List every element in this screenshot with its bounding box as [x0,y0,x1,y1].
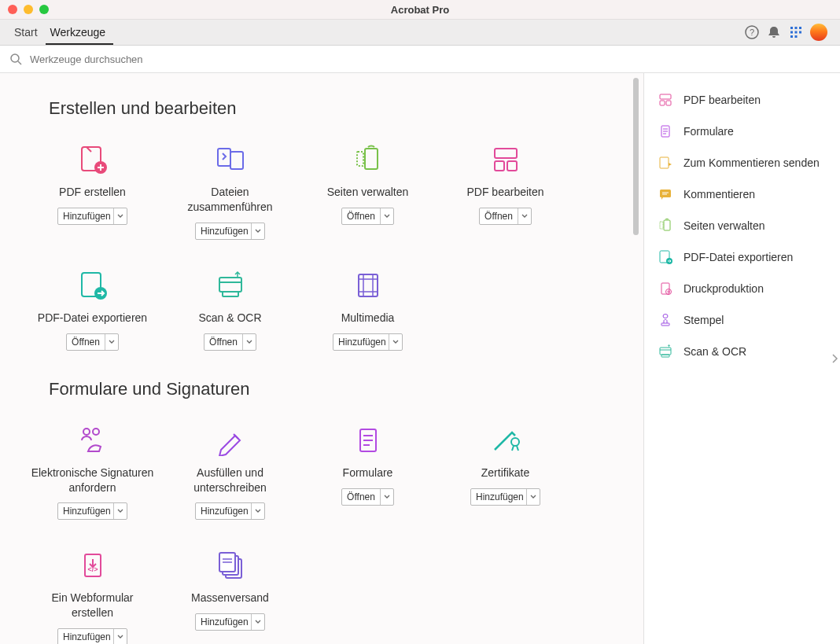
tool-action-split-button[interactable]: Hinzufügen [333,333,403,351]
tool-card-pdf-exportieren[interactable]: PDF-Datei exportierenÖffnen [24,257,161,368]
tool-label: PDF bearbeiten [466,185,543,200]
scrollbar-thumb[interactable] [633,78,639,235]
tool-card-scan-ocr[interactable]: Scan & OCRÖffnen [161,257,299,368]
edit-pdf-icon [488,142,523,177]
notifications-icon[interactable] [763,20,785,45]
tool-card-pdf-bearbeiten[interactable]: PDF bearbeitenÖffnen [437,131,574,257]
titlebar: Acrobat Pro [0,0,840,20]
tool-card-pdf-erstellen[interactable]: PDF erstellenHinzufügen [24,131,161,257]
sidebar-item-stempel[interactable]: Stempel [649,304,835,336]
minimize-window-button[interactable] [24,5,33,14]
tool-action-label[interactable]: Hinzufügen [196,223,251,239]
chevron-down-icon[interactable] [526,489,540,505]
tool-action-label[interactable]: Öffnen [480,208,518,224]
tool-action-label[interactable]: Öffnen [342,489,380,505]
chevron-down-icon[interactable] [389,334,402,350]
tool-card-multimedia[interactable]: MultimediaHinzufügen [299,257,437,368]
tool-action-label[interactable]: Öffnen [204,334,242,350]
sidebar-item-druckproduktion[interactable]: Druckproduktion [649,273,835,304]
sidebar-item-label: Scan & OCR [683,345,746,358]
certificates-icon [488,423,523,458]
content: Erstellen und bearbeitenPDF erstellenHin… [0,73,840,644]
organize-icon [657,217,674,234]
sidebar-item-scan-ocr[interactable]: Scan & OCR [649,336,835,367]
tool-card-massenversand[interactable]: MassenversandHinzufügen [161,537,299,644]
tool-label: Elektronische Signaturen anfordern [30,466,156,495]
user-avatar[interactable] [810,24,827,41]
search-icon [9,53,22,65]
tool-card-dateien-zusammenfuehren[interactable]: Dateien zusammenführenHinzufügen [161,131,299,257]
tool-card-ausfuellen-unterschreiben[interactable]: Ausfüllen und unterschreibenHinzufügen [161,412,299,538]
tool-action-label[interactable]: Hinzufügen [333,334,389,350]
window-title: Acrobat Pro [0,4,840,16]
sidebar-collapse-handle[interactable] [829,348,840,370]
tool-card-formulare[interactable]: FormulareÖffnen [299,412,437,538]
chevron-down-icon[interactable] [113,208,127,224]
tool-action-label[interactable]: Hinzufügen [58,208,113,224]
searchbar [0,46,840,73]
tool-action-split-button[interactable]: Öffnen [341,208,394,225]
tool-action-label[interactable]: Hinzufügen [471,489,526,505]
tool-action-label[interactable]: Hinzufügen [196,614,251,630]
close-window-button[interactable] [8,5,17,14]
window-controls [8,5,49,14]
tool-action-label[interactable]: Hinzufügen [196,503,251,519]
tool-card-zertifikate[interactable]: ZertifikateHinzufügen [437,412,574,538]
tool-action-label[interactable]: Öffnen [342,208,380,224]
sidebar-item-label: Seiten verwalten [683,219,765,232]
svg-rect-31 [790,27,793,29]
tool-action-split-button[interactable]: Hinzufügen [57,502,127,520]
maximize-window-button[interactable] [39,5,49,14]
tool-action-label[interactable]: Hinzufügen [58,503,113,519]
tab-tools[interactable]: Werkzeuge [46,20,114,45]
tool-card-signaturen-anfordern[interactable]: Elektronische Signaturen anfordernHinzuf… [24,412,161,538]
chevron-down-icon[interactable] [251,223,264,239]
chevron-down-icon[interactable] [518,208,531,224]
apps-grid-icon[interactable] [785,20,807,45]
chevron-down-icon[interactable] [105,334,118,350]
tool-action-split-button[interactable]: Hinzufügen [195,223,265,240]
media-icon [351,268,385,303]
tool-action-split-button[interactable]: Hinzufügen [195,613,265,631]
bulk-icon [213,548,248,583]
sidebar: PDF bearbeitenFormulareZum Kommentieren … [643,73,840,644]
tab-start[interactable]: Start [9,20,46,45]
tool-action-split-button[interactable]: Hinzufügen [195,502,265,520]
tool-action-split-button[interactable]: Öffnen [204,333,256,351]
sidebar-item-formulare[interactable]: Formulare [649,116,835,147]
chevron-down-icon[interactable] [113,629,127,644]
tool-action-split-button[interactable]: Öffnen [66,333,119,351]
tool-label: Massenversand [191,591,269,605]
sidebar-item-kommentieren-senden[interactable]: Zum Kommentieren senden [649,147,835,178]
sidebar-item-pdf-exportieren[interactable]: PDF-Datei exportieren [649,241,835,273]
main-panel: Erstellen und bearbeitenPDF erstellenHin… [0,73,643,644]
sidebar-item-label: Druckproduktion [683,282,764,295]
tool-card-webformular[interactable]: Ein Webformular erstellenHinzufügen [24,537,161,644]
webform-icon [76,548,110,583]
fill-sign-icon [213,423,248,458]
forms-icon [351,423,385,458]
section-title: Formulare und Signaturen [49,379,643,399]
tool-action-split-button[interactable]: Hinzufügen [470,488,540,506]
sidebar-item-kommentieren[interactable]: Kommentieren [649,178,835,210]
edit-pdf-icon [657,91,674,109]
sidebar-item-seiten-verwalten[interactable]: Seiten verwalten [649,210,835,241]
chevron-down-icon[interactable] [380,208,393,224]
search-input[interactable] [28,53,346,66]
tool-action-label[interactable]: Öffnen [67,334,105,350]
tool-action-split-button[interactable]: Hinzufügen [57,208,127,225]
sidebar-item-pdf-bearbeiten[interactable]: PDF bearbeiten [649,84,835,116]
tool-card-seiten-verwalten[interactable]: Seiten verwaltenÖffnen [299,131,437,257]
tool-action-split-button[interactable]: Öffnen [341,488,394,506]
tool-action-label[interactable]: Hinzufügen [58,629,113,644]
tool-label: Scan & OCR [198,311,261,326]
chevron-down-icon[interactable] [380,489,393,505]
chevron-down-icon[interactable] [251,614,264,630]
tool-action-split-button[interactable]: Hinzufügen [57,628,127,644]
chevron-down-icon[interactable] [113,503,127,519]
chevron-down-icon[interactable] [251,503,264,519]
help-icon[interactable]: ? [741,20,763,45]
pdf-create-icon [76,142,110,177]
chevron-down-icon[interactable] [242,334,256,350]
tool-action-split-button[interactable]: Öffnen [479,208,532,225]
